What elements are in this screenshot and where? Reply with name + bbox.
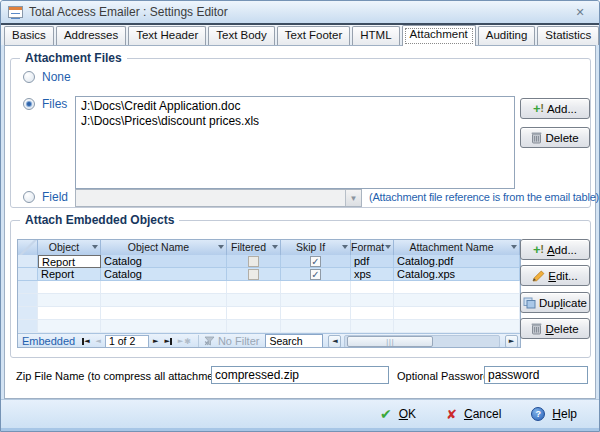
tab-auditing[interactable]: Auditing bbox=[478, 26, 536, 45]
attachment-files-list[interactable]: J:\Docs\Credit Application.docJ:\Docs\Pr… bbox=[75, 96, 515, 189]
scrollbar-thumb[interactable]: ||| bbox=[347, 336, 433, 347]
empty-cell bbox=[38, 307, 101, 320]
column-header-object-type[interactable]: Object Type bbox=[38, 240, 101, 255]
edit-object-button[interactable]: Edit... bbox=[520, 265, 590, 286]
column-dropdown-icon[interactable] bbox=[385, 245, 391, 249]
record-position-input[interactable] bbox=[105, 335, 149, 348]
trash-icon bbox=[531, 131, 542, 144]
delete-file-button[interactable]: Delete bbox=[520, 127, 590, 148]
table-row[interactable]: ReportCatalog✓xpsCatalog.xps bbox=[18, 268, 520, 281]
record-navigator-label: Embedded bbox=[22, 335, 75, 347]
radio-none[interactable]: None bbox=[23, 70, 71, 84]
previous-record-button[interactable]: ◄ bbox=[94, 337, 103, 345]
tab-text-header[interactable]: Text Header bbox=[128, 26, 206, 45]
cell-filtered[interactable] bbox=[227, 255, 281, 268]
scroll-right-button[interactable]: ► bbox=[505, 335, 518, 348]
column-dropdown-icon[interactable] bbox=[92, 245, 98, 249]
embedded-table-body: ReportCatalog✓pdfCatalog.pdfReportCatalo… bbox=[18, 255, 520, 333]
column-dropdown-icon[interactable] bbox=[511, 245, 517, 249]
checkbox-checked[interactable]: ✓ bbox=[310, 256, 321, 267]
row-selector[interactable] bbox=[18, 268, 38, 281]
empty-cell bbox=[394, 307, 520, 320]
first-record-button[interactable]: ◄ bbox=[80, 337, 91, 345]
last-record-button[interactable]: ► bbox=[162, 337, 173, 345]
cell-attachment-name[interactable]: Catalog.xps bbox=[394, 268, 520, 281]
field-note: (Attachment file reference is from the e… bbox=[369, 191, 599, 203]
row-selector-header[interactable] bbox=[18, 240, 38, 255]
scroll-left-button[interactable]: ◄ bbox=[328, 335, 341, 348]
table-row[interactable]: ReportCatalog✓pdfCatalog.pdf bbox=[18, 255, 520, 268]
cell-attachment-name[interactable]: Catalog.pdf bbox=[394, 255, 520, 268]
cell-object-type[interactable]: Report bbox=[38, 268, 101, 281]
empty-cell bbox=[227, 320, 281, 333]
cell-skip-if-empty[interactable]: ✓ bbox=[281, 268, 351, 281]
column-header-format[interactable]: Format bbox=[351, 240, 394, 255]
new-record-button[interactable]: ►✱ bbox=[176, 337, 193, 346]
radio-field-circle[interactable] bbox=[23, 191, 35, 203]
column-dropdown-icon[interactable] bbox=[342, 245, 348, 249]
attachment-files-group-label: Attachment Files bbox=[20, 51, 127, 65]
zip-file-name-input[interactable] bbox=[211, 366, 389, 384]
tab-addresses[interactable]: Addresses bbox=[56, 26, 126, 45]
record-navigator: Embedded ◄ ◄ ► ► ►✱ No Filter bbox=[18, 333, 520, 348]
dialog-footer: ✔ OK ✘ Cancel ? Help bbox=[1, 399, 599, 428]
cell-filtered[interactable] bbox=[227, 268, 281, 281]
tab-html[interactable]: HTML bbox=[352, 26, 399, 45]
help-button[interactable]: ? Help bbox=[531, 407, 577, 421]
field-combobox[interactable]: ▼ bbox=[75, 189, 362, 207]
empty-row bbox=[18, 320, 520, 333]
empty-cell bbox=[227, 281, 281, 294]
column-header-attachment-name[interactable]: Attachment Name bbox=[394, 240, 520, 255]
column-dropdown-icon[interactable] bbox=[218, 245, 224, 249]
tab-statistics[interactable]: Statistics bbox=[537, 26, 599, 45]
next-record-button[interactable]: ► bbox=[151, 337, 160, 345]
cell-skip-if-empty[interactable]: ✓ bbox=[281, 255, 351, 268]
add-object-button[interactable]: +! Add... bbox=[520, 239, 590, 260]
empty-cell bbox=[281, 294, 351, 307]
radio-none-circle[interactable] bbox=[23, 71, 35, 83]
radio-field[interactable]: Field bbox=[23, 190, 68, 204]
cell-object-name[interactable]: Catalog bbox=[101, 255, 227, 268]
tab-text-footer[interactable]: Text Footer bbox=[277, 26, 351, 45]
tab-basics[interactable]: Basics bbox=[4, 26, 54, 45]
window-bottom-edge bbox=[1, 428, 599, 432]
column-dropdown-icon[interactable] bbox=[272, 245, 278, 249]
empty-cell bbox=[351, 307, 394, 320]
search-input[interactable] bbox=[265, 334, 323, 348]
ok-button[interactable]: ✔ OK bbox=[380, 406, 416, 422]
radio-files-circle[interactable] bbox=[23, 98, 35, 110]
chevron-down-icon[interactable]: ▼ bbox=[345, 190, 361, 206]
add-file-button[interactable]: +! Add... bbox=[520, 98, 590, 119]
checkbox-checked[interactable]: ✓ bbox=[310, 269, 321, 280]
radio-files[interactable]: Files bbox=[23, 97, 67, 111]
tab-attachment[interactable]: Attachment bbox=[402, 25, 476, 46]
checkbox-unchecked[interactable] bbox=[248, 269, 259, 280]
cancel-button[interactable]: ✘ Cancel bbox=[446, 407, 501, 422]
tab-text-body[interactable]: Text Body bbox=[208, 26, 275, 45]
no-filter-button[interactable]: No Filter bbox=[204, 335, 260, 347]
duplicate-object-button[interactable]: Duplicate bbox=[520, 292, 590, 313]
cell-format[interactable]: pdf bbox=[351, 255, 394, 268]
cell-format[interactable]: xps bbox=[351, 268, 394, 281]
horizontal-scrollbar[interactable]: ||| bbox=[344, 335, 500, 348]
column-header-skip-if-empty[interactable]: Skip If Empty bbox=[281, 240, 351, 255]
empty-row bbox=[18, 281, 520, 294]
add-plus-icon: + bbox=[533, 103, 541, 114]
close-icon[interactable]: ✕ bbox=[568, 5, 592, 20]
column-header-object-name[interactable]: Object Name bbox=[101, 240, 227, 255]
cell-object-name[interactable]: Catalog bbox=[101, 268, 227, 281]
empty-cell bbox=[101, 307, 227, 320]
radio-none-label: None bbox=[42, 70, 71, 84]
column-header-filtered[interactable]: Filtered bbox=[227, 240, 281, 255]
row-selector[interactable] bbox=[18, 255, 38, 268]
empty-row bbox=[18, 294, 520, 307]
delete-object-button-label: Delete bbox=[545, 323, 578, 335]
file-item[interactable]: J:\Docs\Credit Application.doc bbox=[76, 99, 514, 114]
delete-object-button[interactable]: Delete bbox=[520, 318, 590, 339]
checkbox-unchecked[interactable] bbox=[248, 256, 259, 267]
cell-object-type[interactable]: Report bbox=[38, 255, 101, 268]
file-item[interactable]: J:\Docs\Prices\discount prices.xls bbox=[76, 114, 514, 129]
pencil-icon bbox=[532, 270, 545, 282]
optional-password-input[interactable] bbox=[484, 366, 588, 384]
radio-files-label: Files bbox=[42, 97, 67, 111]
